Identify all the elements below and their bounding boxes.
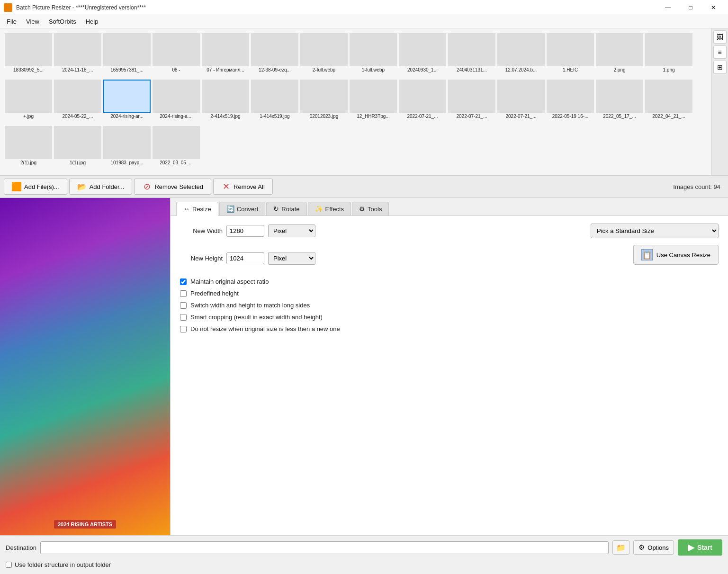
- remove-all-button[interactable]: ✕ Remove All: [213, 179, 273, 195]
- gallery-thumb: [153, 126, 200, 159]
- gallery-item[interactable]: 1659957381_...: [103, 33, 151, 78]
- maximize-button[interactable]: □: [680, 0, 701, 15]
- gallery-item[interactable]: 2-414x519.jpg: [202, 80, 249, 124]
- tab-rotate[interactable]: ↻Rotate: [266, 202, 306, 215]
- tab-resize-icon: ↔: [183, 205, 190, 213]
- start-button[interactable]: ▶ Start: [678, 539, 722, 556]
- main: 18330992_5...2024-11-18_...1659957381_..…: [0, 28, 728, 572]
- gallery-item[interactable]: 08 -: [153, 33, 200, 78]
- smart-crop-label[interactable]: Smart cropping (result in exact width an…: [190, 314, 323, 321]
- maintain-aspect-label[interactable]: Maintain original aspect ratio: [190, 278, 269, 285]
- gallery-item[interactable]: 1.png: [645, 33, 692, 78]
- gallery-item[interactable]: 2022-07-21_...: [448, 80, 495, 124]
- gallery-item[interactable]: 2022_05_17_...: [596, 80, 643, 124]
- gallery-item[interactable]: 2404031131...: [448, 33, 495, 78]
- gallery-item[interactable]: 2-full.webp: [300, 33, 348, 78]
- predefined-height-label[interactable]: Predefined height: [190, 290, 239, 297]
- gallery-thumb: [54, 33, 101, 66]
- gallery-item[interactable]: 12.07.2024.b...: [497, 33, 545, 78]
- gallery-item[interactable]: 2022_04_21_...: [645, 80, 692, 124]
- gallery-thumb: [202, 33, 249, 66]
- gallery-item[interactable]: 18330992_5...: [5, 33, 52, 78]
- gallery-item[interactable]: 2024-rising-a....: [153, 80, 200, 124]
- add-folder-button[interactable]: 📂 Add Folder...: [69, 179, 133, 195]
- close-button[interactable]: ✕: [702, 0, 724, 15]
- gallery-label: 2022-07-21_...: [407, 114, 438, 119]
- destination-input[interactable]: [40, 541, 609, 554]
- gallery-thumb: [103, 126, 151, 159]
- menu-item-view[interactable]: View: [21, 16, 44, 27]
- no-resize-checkbox[interactable]: [180, 326, 187, 332]
- switch-sides-row: Switch width and height to match long si…: [180, 302, 719, 309]
- standard-size-select[interactable]: Pick a Standard Size: [591, 224, 719, 238]
- width-unit-select[interactable]: PixelPercentInchCmMm: [268, 224, 315, 237]
- gallery-item[interactable]: 2022-05-19 16-...: [547, 80, 594, 124]
- gallery-label: 20240930_1...: [407, 67, 438, 72]
- gallery-item[interactable]: +.jpg: [5, 80, 52, 124]
- gallery-item[interactable]: 12-38-09-ezq...: [251, 33, 298, 78]
- predefined-height-row: Predefined height: [180, 290, 719, 297]
- gallery-item[interactable]: 101983_payp...: [103, 126, 151, 170]
- gallery-label: 2022_04_21_...: [652, 114, 685, 119]
- start-label: Start: [697, 544, 712, 551]
- bottom-bar: Destination 📁 ⚙ Options ▶ Start: [0, 535, 728, 559]
- options-button[interactable]: ⚙ Options: [633, 540, 674, 555]
- predefined-height-checkbox[interactable]: [180, 290, 187, 297]
- new-width-input[interactable]: [226, 225, 264, 237]
- sidebar-icon-photos[interactable]: 🖼: [713, 30, 727, 44]
- canvas-resize-button[interactable]: 📋 Use Canvas Resize: [633, 245, 719, 265]
- gallery-item[interactable]: 12_HHR3Tpg...: [350, 80, 397, 124]
- gallery-item[interactable]: 1-414x519.jpg: [251, 80, 298, 124]
- sidebar-icon-grid[interactable]: ⊞: [713, 61, 727, 74]
- gallery-item[interactable]: 20240930_1...: [399, 33, 446, 78]
- browse-destination-button[interactable]: 📁: [612, 540, 629, 555]
- gallery-item[interactable]: 2022-07-21_...: [497, 80, 545, 124]
- app-icon: [4, 3, 12, 12]
- gallery-item[interactable]: 02012023.jpg: [300, 80, 348, 124]
- menu-item-file[interactable]: File: [2, 16, 21, 27]
- gallery-thumb: [300, 80, 348, 113]
- gallery-item[interactable]: 1-full.webp: [350, 33, 397, 78]
- no-resize-label[interactable]: Do not resize when original size is less…: [190, 325, 340, 332]
- gallery-container: 18330992_5...2024-11-18_...1659957381_..…: [0, 28, 728, 176]
- gallery-item[interactable]: 07 - Ингерманл...: [202, 33, 249, 78]
- use-folder-checkbox[interactable]: [6, 562, 12, 568]
- tab-resize[interactable]: ↔Resize: [176, 202, 218, 216]
- maintain-aspect-checkbox[interactable]: [180, 278, 187, 285]
- gallery-label: 2-full.webp: [313, 67, 335, 72]
- tab-effects[interactable]: ✨Effects: [308, 202, 351, 215]
- gallery-item[interactable]: 2024-11-18_...: [54, 33, 101, 78]
- gallery-thumb: [153, 33, 200, 66]
- gallery-thumb: [54, 80, 101, 113]
- switch-sides-label[interactable]: Switch width and height to match long si…: [190, 302, 310, 309]
- tab-convert-label: Convert: [237, 206, 259, 213]
- gallery-item[interactable]: 1.HEIC: [547, 33, 594, 78]
- menu-item-help[interactable]: Help: [81, 16, 103, 27]
- gallery-item[interactable]: 2022_03_05_...: [153, 126, 200, 170]
- add-files-button[interactable]: 🟧 Add File(s)...: [4, 179, 67, 195]
- gallery-thumb: [497, 80, 545, 113]
- gallery-item[interactable]: 2022-07-21_...: [399, 80, 446, 124]
- gallery-label: 2022-07-21_...: [505, 114, 536, 119]
- height-unit-select[interactable]: PixelPercentInchCmMm: [268, 252, 315, 265]
- tab-convert[interactable]: 🔄Convert: [219, 202, 266, 215]
- new-height-input[interactable]: [226, 252, 264, 264]
- gallery-item[interactable]: 2.png: [596, 33, 643, 78]
- gallery-item[interactable]: 2(1).jpg: [5, 126, 52, 170]
- switch-sides-checkbox[interactable]: [180, 302, 187, 309]
- add-folder-label: Add Folder...: [90, 183, 125, 190]
- menu-item-softorbits[interactable]: SoftOrbits: [44, 16, 81, 27]
- use-folder-label[interactable]: Use folder structure in output folder: [15, 561, 111, 568]
- tab-tools[interactable]: ⚙Tools: [352, 202, 389, 215]
- image-gallery[interactable]: 18330992_5...2024-11-18_...1659957381_..…: [0, 28, 711, 175]
- minimize-button[interactable]: —: [657, 0, 679, 15]
- tab-tools-label: Tools: [368, 206, 382, 213]
- sidebar-icon-list[interactable]: ≡: [713, 45, 727, 59]
- destination-label: Destination: [6, 544, 36, 551]
- gallery-item[interactable]: 2024-05-22_...: [54, 80, 101, 124]
- gallery-thumb: [596, 33, 643, 66]
- gallery-item[interactable]: 2024-rising-ar...: [103, 80, 151, 124]
- remove-selected-button[interactable]: ⊘ Remove Selected: [134, 179, 211, 195]
- smart-crop-checkbox[interactable]: [180, 314, 187, 321]
- gallery-item[interactable]: 1(1).jpg: [54, 126, 101, 170]
